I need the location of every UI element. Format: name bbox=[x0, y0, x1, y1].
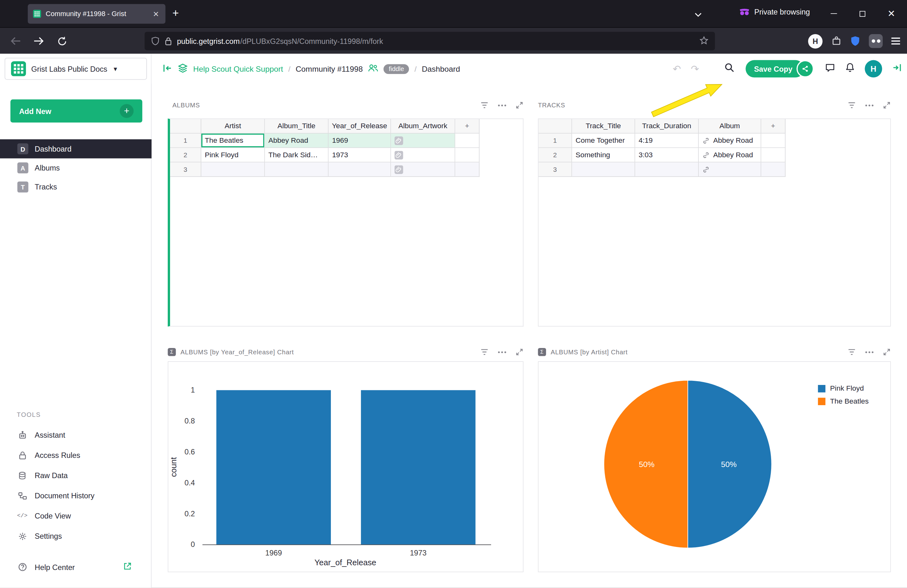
collapse-right-panel-icon[interactable] bbox=[892, 62, 902, 75]
lock-icon[interactable] bbox=[165, 37, 172, 45]
legend-item[interactable]: Pink Floyd bbox=[818, 384, 869, 393]
bar-1973[interactable] bbox=[361, 390, 475, 545]
column-header-track-title[interactable]: Track_Title bbox=[572, 119, 635, 134]
notifications-bell-icon[interactable] bbox=[845, 62, 855, 75]
table-cell[interactable]: Pink Floyd bbox=[201, 148, 265, 163]
sidebar-item-settings[interactable]: Settings bbox=[0, 526, 152, 546]
expand-widget-icon[interactable] bbox=[883, 101, 891, 109]
row-number[interactable]: 2 bbox=[170, 148, 201, 163]
url-bar[interactable]: public.getgrist.com/dPLUBxG2sqsN/Communi… bbox=[145, 32, 715, 51]
table-cell[interactable]: Abbey Road bbox=[265, 134, 329, 148]
table-cell[interactable] bbox=[455, 162, 479, 177]
sidebar-item-albums[interactable]: A Albums bbox=[0, 158, 152, 177]
expand-widget-icon[interactable] bbox=[516, 101, 524, 109]
table-cell[interactable]: The Dark Sid… bbox=[265, 148, 329, 163]
window-maximize-button[interactable] bbox=[849, 0, 876, 27]
sidebar-item-code-view[interactable]: </> Code View bbox=[0, 506, 152, 526]
sidebar-item-access-rules[interactable]: Access Rules bbox=[0, 445, 152, 465]
sidebar-item-assistant[interactable]: Assistant bbox=[0, 425, 152, 445]
table-cell[interactable]: Something bbox=[572, 148, 635, 163]
table-cell[interactable] bbox=[265, 162, 329, 177]
column-header-album[interactable]: Album bbox=[699, 119, 761, 134]
add-new-button[interactable]: Add New + bbox=[10, 99, 142, 123]
row-number[interactable]: 3 bbox=[170, 162, 201, 177]
table-cell-active[interactable]: The Beatles bbox=[201, 134, 265, 148]
table-cell-reference[interactable] bbox=[699, 162, 761, 177]
back-button[interactable] bbox=[8, 34, 23, 49]
row-number[interactable]: 1 bbox=[170, 134, 201, 148]
forward-button[interactable] bbox=[31, 34, 46, 49]
table-cell[interactable]: 1969 bbox=[329, 134, 391, 148]
breadcrumb-doc-name[interactable]: Community #11998 bbox=[296, 64, 363, 73]
tracking-shield-icon[interactable] bbox=[151, 36, 160, 45]
table-cell[interactable] bbox=[572, 162, 635, 177]
attachment-icon[interactable] bbox=[394, 165, 403, 174]
search-icon[interactable] bbox=[724, 62, 734, 75]
table-cell[interactable]: Come Together bbox=[572, 134, 635, 148]
column-header-artist[interactable]: Artist bbox=[201, 119, 265, 134]
bar-chart-widget[interactable]: 0 0.2 0.4 0.6 0.8 1 1969 1973 Year_of_Re… bbox=[168, 361, 524, 572]
browser-tab[interactable]: Community #11998 - Grist ✕ bbox=[28, 4, 166, 24]
workspace-selector[interactable]: Grist Labs Public Docs ▼ bbox=[5, 58, 147, 80]
widget-menu-icon[interactable] bbox=[865, 104, 874, 107]
table-cell[interactable] bbox=[201, 162, 265, 177]
table-cell[interactable]: 1973 bbox=[329, 148, 391, 163]
table-cell-reference[interactable]: Abbey Road bbox=[699, 134, 761, 148]
table-cell[interactable] bbox=[635, 162, 699, 177]
column-header-year[interactable]: Year_of_Release bbox=[329, 119, 391, 134]
attachment-icon[interactable] bbox=[394, 151, 403, 159]
table-cell-reference[interactable]: Abbey Road bbox=[699, 148, 761, 163]
tab-close-icon[interactable]: ✕ bbox=[152, 10, 160, 18]
sort-filter-icon[interactable] bbox=[480, 101, 489, 109]
profile-h-icon[interactable]: H bbox=[808, 34, 823, 48]
sidebar-item-raw-data[interactable]: Raw Data bbox=[0, 465, 152, 486]
bar-1969[interactable] bbox=[216, 390, 331, 545]
table-cell[interactable] bbox=[455, 148, 479, 163]
container-extension-icon[interactable] bbox=[869, 34, 883, 48]
window-close-button[interactable]: ✕ bbox=[878, 0, 904, 27]
widget-menu-icon[interactable] bbox=[865, 350, 874, 353]
user-avatar[interactable]: H bbox=[865, 60, 882, 77]
add-column-button[interactable]: + bbox=[455, 119, 479, 134]
adblock-shield-icon[interactable] bbox=[851, 36, 860, 46]
external-link-icon[interactable] bbox=[123, 562, 132, 572]
sidebar-item-dashboard[interactable]: D Dashboard bbox=[0, 139, 152, 158]
chat-icon[interactable] bbox=[825, 63, 835, 75]
list-tabs-chevron-icon[interactable] bbox=[694, 9, 702, 19]
breadcrumb-workspace-link[interactable]: Help Scout Quick Support bbox=[193, 64, 283, 73]
sort-filter-icon[interactable] bbox=[480, 348, 489, 356]
add-column-button[interactable]: + bbox=[761, 119, 786, 134]
table-cell[interactable] bbox=[761, 162, 786, 177]
undo-icon[interactable]: ↶ bbox=[673, 63, 681, 75]
table-cell[interactable]: 4:19 bbox=[635, 134, 699, 148]
widget-menu-icon[interactable] bbox=[497, 104, 506, 107]
collapse-left-panel-icon[interactable] bbox=[162, 63, 173, 75]
save-copy-button[interactable]: Save Copy bbox=[745, 60, 804, 77]
extension-puzzle-icon[interactable] bbox=[831, 36, 841, 46]
corner-cell[interactable] bbox=[170, 119, 201, 134]
table-cell[interactable] bbox=[761, 148, 786, 163]
expand-widget-icon[interactable] bbox=[516, 348, 524, 356]
row-number[interactable]: 1 bbox=[538, 134, 572, 148]
sort-filter-icon[interactable] bbox=[847, 101, 856, 109]
widget-menu-icon[interactable] bbox=[497, 350, 506, 353]
reload-button[interactable] bbox=[54, 34, 69, 49]
row-number[interactable]: 3 bbox=[538, 162, 572, 177]
menu-hamburger-icon[interactable] bbox=[891, 38, 900, 45]
window-minimize-button[interactable] bbox=[820, 0, 847, 27]
table-cell[interactable] bbox=[329, 162, 391, 177]
sidebar-item-tracks[interactable]: T Tracks bbox=[0, 177, 152, 197]
table-cell-attachment[interactable] bbox=[391, 148, 455, 163]
column-header-duration[interactable]: Track_Duration bbox=[635, 119, 699, 134]
table-cell-attachment[interactable] bbox=[391, 162, 455, 177]
share-button[interactable] bbox=[796, 60, 814, 77]
column-header-album-title[interactable]: Album_Title bbox=[265, 119, 329, 134]
attachment-icon[interactable] bbox=[394, 136, 403, 145]
sort-filter-icon[interactable] bbox=[847, 348, 856, 356]
redo-icon[interactable]: ↷ bbox=[691, 63, 699, 75]
row-number[interactable]: 2 bbox=[538, 148, 572, 163]
legend-item[interactable]: The Beatles bbox=[818, 397, 869, 405]
sidebar-item-document-history[interactable]: Document History bbox=[0, 486, 152, 506]
column-header-artwork[interactable]: Album_Artwork bbox=[391, 119, 455, 134]
sidebar-item-help-center[interactable]: Help Center bbox=[0, 557, 152, 578]
